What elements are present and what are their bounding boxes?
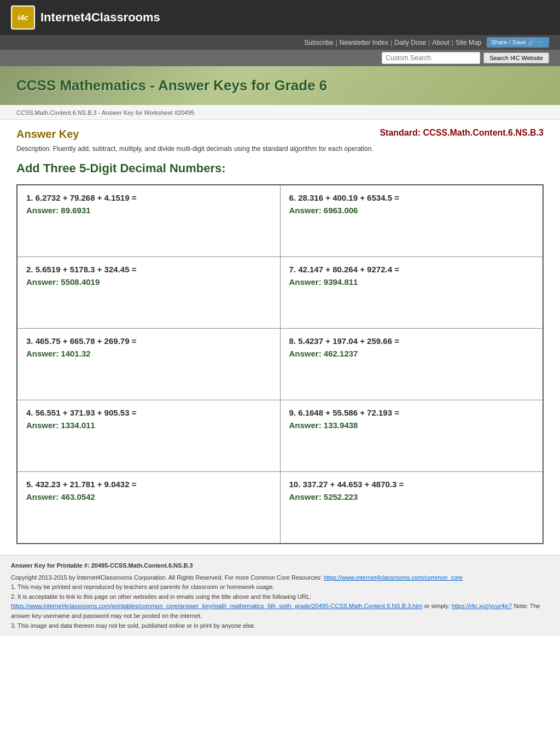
share-save-button[interactable]: Share / Save 🔗 🐦 [487,37,549,48]
page-main-title: CCSS Mathematics - Answer Keys for Grade… [16,77,327,94]
problem-row-5: 5. 432.23 + 21.781 + 9.0432 = Answer: 46… [18,472,542,543]
problem-text-2: 2. 5.6519 + 5178.3 + 324.45 = [26,265,271,274]
search-button[interactable]: Search I4C Website [483,52,549,63]
problem-text-3: 3. 465.75 + 665.78 + 269.79 = [26,336,271,346]
problem-cell-1: 1. 6.2732 + 79.268 + 4.1519 = Answer: 89… [18,185,281,256]
footer: Answer Key for Printable #: 20495-CCSS.M… [0,555,560,636]
standard-label: Standard: CCSS.Math.Content.6.NS.B.3 [380,128,544,138]
answer-text-1: Answer: 89.6931 [26,206,271,215]
problem-text-7: 7. 42.147 + 80.264 + 9272.4 = [289,265,534,274]
site-header: i4c Internet4Classrooms [0,0,560,35]
problem-cell-4: 4. 56.551 + 371.93 + 905.53 = Answer: 13… [18,400,281,471]
hero-banner: CCSS Mathematics - Answer Keys for Grade… [0,66,560,105]
breadcrumb-bar: CCSS.Math.Content.6.NS.B.3 - Answer Key … [0,105,560,120]
problem-text-6: 6. 28.316 + 400.19 + 6534.5 = [289,193,534,202]
search-input[interactable] [382,52,480,64]
problem-cell-3: 3. 465.75 + 665.78 + 269.79 = Answer: 14… [18,329,281,400]
search-bar: Search I4C Website [0,50,560,66]
nav-daily-dose[interactable]: Daily Dose [394,39,426,46]
footer-copyright: Copyright 2013-2015 by Internet4Classroo… [11,573,549,583]
problem-cell-10: 10. 337.27 + 44.653 + 4870.3 = Answer: 5… [281,472,543,543]
main-content: Answer Key Standard: CCSS.Math.Content.6… [0,120,560,555]
problem-row-4: 4. 56.551 + 371.93 + 905.53 = Answer: 13… [18,400,542,472]
navbar: Subscribe | Newsletter Index | Daily Dos… [0,35,560,50]
breadcrumb: CCSS.Math.Content.6.NS.B.3 - Answer Key … [16,109,195,116]
problem-cell-9: 9. 6.1648 + 55.586 + 72.193 = Answer: 13… [281,400,543,471]
problem-cell-6: 6. 28.316 + 400.19 + 6534.5 = Answer: 69… [281,185,543,256]
problem-row-1: 1. 6.2732 + 79.268 + 4.1519 = Answer: 89… [18,185,542,257]
problem-cell-2: 2. 5.6519 + 5178.3 + 324.45 = Answer: 55… [18,257,281,328]
footer-url-short-link[interactable]: https://i4c.xyz/ycur4jc7 [452,603,512,609]
answer-text-6: Answer: 6963.006 [289,206,534,215]
answer-text-10: Answer: 5252.223 [289,492,534,501]
answer-text-2: Answer: 5508.4019 [26,277,271,287]
logo-text: i4c [18,13,28,22]
footer-note2: 2. It is acceptable to link to this page… [11,592,549,602]
answer-text-7: Answer: 9394.811 [289,277,534,287]
nav-site-map[interactable]: Site Map [456,39,481,46]
problem-row-2: 2. 5.6519 + 5178.3 + 324.45 = Answer: 55… [18,257,542,329]
problem-text-1: 1. 6.2732 + 79.268 + 4.1519 = [26,193,271,202]
problem-row-3: 3. 465.75 + 665.78 + 269.79 = Answer: 14… [18,329,542,400]
problem-text-4: 4. 56.551 + 371.93 + 905.53 = [26,408,271,417]
footer-common-core-link[interactable]: https://www.internet4classrooms.com/comm… [324,574,463,581]
nav-subscribe[interactable]: Subscribe [304,39,333,46]
problem-cell-8: 8. 5.4237 + 197.04 + 259.66 = Answer: 46… [281,329,543,400]
description: Description: Fluently add, subtract, mul… [16,145,544,153]
footer-url-long: https://www.internet4classrooms.com/prin… [11,602,549,621]
footer-note3: 3. This image and data thereon may not b… [11,621,549,631]
answer-text-9: Answer: 133.9438 [289,421,534,430]
problem-text-8: 8. 5.4237 + 197.04 + 259.66 = [289,336,534,346]
problem-cell-7: 7. 42.147 + 80.264 + 9272.4 = Answer: 93… [281,257,543,328]
nav-about[interactable]: About [432,39,449,46]
answer-text-8: Answer: 462.1237 [289,349,534,358]
site-name: Internet4Classrooms [40,10,160,25]
answer-key-title: Answer Key [16,128,79,141]
nav-newsletter-index[interactable]: Newsletter Index [340,39,388,46]
logo-area: i4c Internet4Classrooms [11,5,160,30]
problem-text-9: 9. 6.1648 + 55.586 + 72.193 = [289,408,534,417]
footer-printable-label: Answer Key for Printable #: 20495-CCSS.M… [11,561,549,571]
problem-text-5: 5. 432.23 + 21.781 + 9.0432 = [26,480,271,489]
logo-box: i4c [11,5,35,30]
answer-key-header: Answer Key Standard: CCSS.Math.Content.6… [16,128,544,141]
problem-text-10: 10. 337.27 + 44.653 + 4870.3 = [289,480,534,489]
footer-note1: 1. This may be printed and reproduced by… [11,582,549,592]
footer-url-long-link[interactable]: https://www.internet4classrooms.com/prin… [11,603,423,609]
answer-text-5: Answer: 463.0542 [26,492,271,501]
problem-cell-5: 5. 432.23 + 21.781 + 9.0432 = Answer: 46… [18,472,281,543]
answer-text-4: Answer: 1334.011 [26,421,271,430]
answer-text-3: Answer: 1401.32 [26,349,271,358]
problem-grid: 1. 6.2732 + 79.268 + 4.1519 = Answer: 89… [16,184,544,544]
worksheet-title: Add Three 5-Digit Decimal Numbers: [16,161,544,176]
